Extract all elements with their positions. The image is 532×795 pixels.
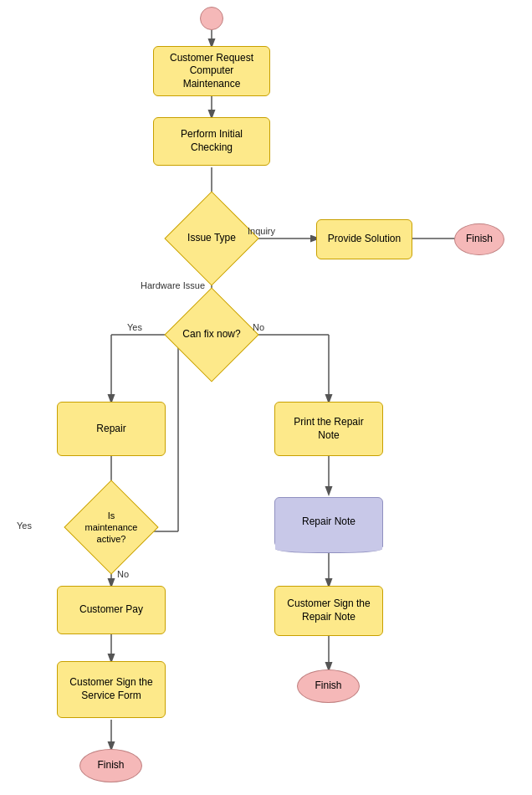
yes-fix-label: Yes: [127, 322, 142, 332]
is-maintenance-diamond: Is maintenance active?: [78, 494, 145, 561]
no-fix-label: No: [253, 322, 264, 332]
repair-node: Repair: [57, 402, 166, 456]
hardware-label: Hardware Issue: [141, 280, 205, 290]
print-repair-label: Print the Repair Note: [282, 416, 376, 442]
repair-note-node: Repair Note: [274, 494, 383, 551]
finish-right-node: Finish: [297, 669, 360, 703]
finish-top-label: Finish: [466, 233, 493, 246]
perform-checking-node: Perform Initial Checking: [153, 117, 270, 166]
provide-solution-node: Provide Solution: [316, 219, 412, 259]
finish-right-label: Finish: [315, 680, 341, 693]
customer-pay-label: Customer Pay: [79, 603, 143, 617]
customer-pay-node: Customer Pay: [57, 586, 166, 634]
customer-sign-service-label: Customer Sign the Service Form: [64, 676, 158, 702]
customer-sign-service-node: Customer Sign the Service Form: [57, 661, 166, 718]
start-node: [200, 7, 223, 30]
finish-bottom-node: Finish: [79, 749, 142, 782]
customer-request-node: Customer Request Computer Maintenance: [153, 46, 270, 96]
customer-sign-repair-node: Customer Sign the Repair Note: [274, 586, 383, 636]
issue-type-diamond: Issue Type: [178, 205, 245, 272]
customer-request-label: Customer Request Computer Maintenance: [161, 52, 263, 91]
yes-maint-label: Yes: [17, 521, 32, 531]
can-fix-diamond: Can fix now?: [178, 301, 245, 368]
inquiry-label: Inquiry: [248, 226, 275, 236]
repair-label: Repair: [96, 423, 125, 436]
print-repair-node: Print the Repair Note: [274, 402, 383, 456]
finish-bottom-label: Finish: [97, 759, 124, 772]
provide-solution-label: Provide Solution: [328, 233, 401, 246]
finish-top-node: Finish: [454, 223, 504, 255]
repair-note-label: Repair Note: [302, 515, 356, 529]
customer-sign-repair-label: Customer Sign the Repair Note: [282, 598, 376, 623]
perform-checking-label: Perform Initial Checking: [161, 128, 263, 154]
no-maint-label: No: [117, 569, 129, 579]
